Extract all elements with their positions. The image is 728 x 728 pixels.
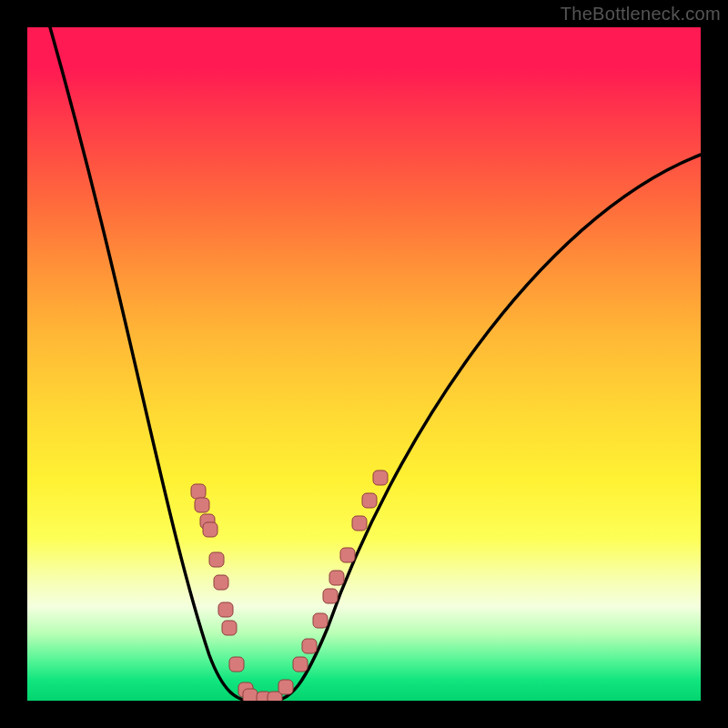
curve-marker bbox=[313, 613, 328, 628]
bottleneck-curve bbox=[50, 27, 701, 701]
curve-marker bbox=[203, 522, 217, 537]
curve-marker bbox=[243, 689, 258, 701]
curve-marker bbox=[293, 657, 308, 672]
curve-marker bbox=[209, 552, 224, 567]
curve-marker bbox=[229, 657, 244, 672]
curve-layer bbox=[27, 27, 701, 701]
curve-marker bbox=[329, 571, 344, 585]
curve-marker bbox=[257, 692, 271, 701]
marker-group bbox=[191, 470, 388, 701]
curve-marker bbox=[362, 493, 377, 508]
curve-marker bbox=[238, 682, 253, 697]
curve-marker bbox=[352, 516, 367, 531]
curve-marker bbox=[323, 589, 338, 603]
curve-marker bbox=[200, 514, 215, 529]
curve-marker bbox=[340, 548, 355, 562]
curve-marker bbox=[214, 575, 228, 590]
curve-marker bbox=[268, 692, 282, 701]
plot-area bbox=[27, 27, 701, 701]
curve-marker bbox=[302, 639, 317, 653]
curve-marker bbox=[218, 602, 233, 617]
curve-marker bbox=[222, 621, 237, 635]
watermark-label: TheBottleneck.com bbox=[561, 4, 721, 25]
chart-frame: TheBottleneck.com bbox=[0, 0, 728, 728]
curve-marker bbox=[278, 680, 293, 694]
curve-marker bbox=[191, 484, 206, 499]
curve-marker bbox=[373, 470, 388, 485]
curve-marker bbox=[195, 498, 209, 512]
